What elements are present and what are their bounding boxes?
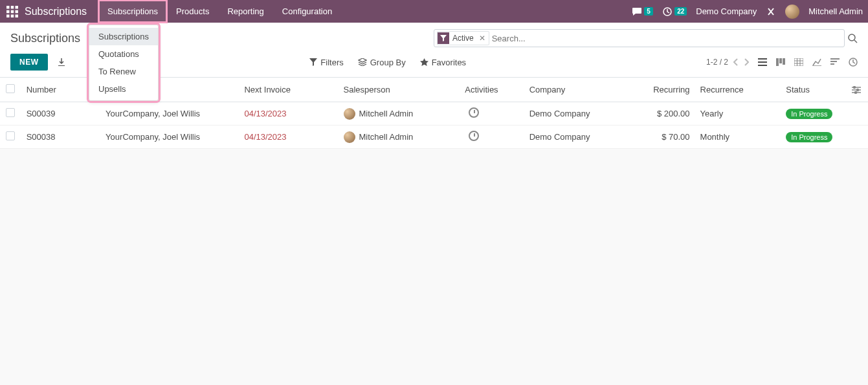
cell-company: Demo Company	[504, 126, 623, 149]
cell-company: Demo Company	[504, 102, 623, 126]
avatar	[344, 131, 355, 143]
pager-prev[interactable]	[733, 58, 739, 66]
download-button[interactable]	[53, 55, 70, 69]
messages-button[interactable]: 5	[632, 7, 653, 16]
view-pivot[interactable]	[794, 58, 803, 66]
activities-badge: 22	[674, 7, 687, 16]
row-checkbox[interactable]	[6, 131, 15, 140]
search-wrap: Active ✕	[434, 29, 858, 47]
dropdown-subscriptions[interactable]: Subscriptions	[89, 28, 158, 45]
nav-item-subscriptions[interactable]: Subscriptions	[98, 0, 167, 23]
view-cohort[interactable]	[830, 58, 840, 66]
view-switches	[758, 58, 858, 67]
svg-rect-6	[6, 14, 10, 17]
cell-recurring: $ 70.00	[622, 126, 695, 149]
svg-rect-4	[11, 10, 14, 13]
view-graph[interactable]	[812, 58, 821, 66]
svg-rect-1	[11, 6, 14, 9]
view-activity[interactable]	[849, 58, 858, 67]
funnel-icon	[309, 58, 317, 66]
svg-rect-13	[783, 58, 785, 65]
nav-item-configuration[interactable]: Configuration	[273, 0, 341, 23]
svg-rect-15	[830, 58, 840, 60]
avatar[interactable]	[785, 5, 799, 19]
layers-icon	[358, 58, 367, 66]
svg-rect-2	[16, 6, 19, 9]
new-button[interactable]: NEW	[10, 54, 48, 71]
svg-point-19	[854, 86, 856, 88]
user-name[interactable]: Mitchell Admin	[808, 6, 863, 16]
th-company[interactable]: Company	[504, 78, 623, 102]
cell-customer: YourCompany, Joel Willis	[100, 102, 239, 126]
dropdown-upsells[interactable]: Upsells	[89, 80, 158, 98]
cell-activities[interactable]	[444, 102, 504, 126]
pager-value[interactable]: 1-2 / 2	[706, 58, 728, 67]
cell-status: In Progress	[781, 126, 847, 149]
groupby-label: Group By	[370, 58, 406, 67]
th-recurring[interactable]: Recurring	[622, 78, 695, 102]
svg-rect-3	[6, 10, 10, 13]
optional-fields-icon[interactable]	[852, 86, 863, 94]
search-input[interactable]	[492, 34, 841, 43]
cell-customer: YourCompany, Joel Willis	[100, 126, 239, 149]
cell-recurrence: Monthly	[695, 126, 781, 149]
th-activities[interactable]: Activities	[444, 78, 504, 102]
dropdown-quotations[interactable]: Quotations	[89, 45, 158, 63]
svg-rect-0	[6, 6, 10, 9]
cell-activities[interactable]	[444, 126, 504, 149]
facet-close-icon[interactable]: ✕	[477, 34, 487, 43]
avatar	[344, 108, 355, 120]
nav-items: Subscriptions Products Reporting Configu…	[98, 0, 341, 23]
th-salesperson[interactable]: Salesperson	[339, 78, 444, 102]
clock-icon	[662, 6, 673, 17]
svg-rect-17	[830, 63, 834, 65]
filters-button[interactable]: Filters	[309, 58, 343, 67]
star-icon	[420, 58, 428, 67]
breadcrumb: Subscriptions	[10, 32, 80, 45]
table-row[interactable]: S00039 YourCompany, Joel Willis 04/13/20…	[0, 102, 868, 126]
pager-next[interactable]	[744, 58, 749, 66]
clock-icon	[469, 131, 479, 141]
dropdown-to-renew[interactable]: To Renew	[89, 63, 158, 80]
clock-icon	[469, 107, 479, 118]
select-all-checkbox[interactable]	[6, 84, 15, 93]
svg-rect-12	[779, 58, 782, 63]
favorites-button[interactable]: Favorites	[420, 58, 466, 67]
view-kanban[interactable]	[776, 58, 785, 66]
svg-rect-8	[16, 14, 19, 17]
search-facet-active: Active ✕	[437, 31, 489, 45]
chat-icon	[632, 7, 642, 16]
topnav: Subscriptions Subscriptions Products Rep…	[0, 0, 868, 23]
th-recurrence[interactable]: Recurrence	[695, 78, 781, 102]
nav-item-products[interactable]: Products	[167, 0, 218, 23]
topnav-right: 5 22 Demo Company Mitchell Admin	[632, 5, 868, 19]
row-checkbox[interactable]	[6, 108, 15, 117]
cp-mid: Filters Group By Favorites	[309, 58, 466, 67]
cell-next-invoice: 04/13/2023	[239, 126, 338, 149]
table-row[interactable]: S00038 YourCompany, Joel Willis 04/13/20…	[0, 126, 868, 149]
svg-point-10	[849, 34, 855, 41]
svg-rect-11	[776, 58, 779, 66]
search-icon[interactable]	[847, 33, 858, 43]
cell-number: S00038	[21, 126, 100, 149]
cell-status: In Progress	[781, 102, 847, 126]
activities-button[interactable]: 22	[662, 6, 687, 17]
th-status[interactable]: Status	[781, 78, 847, 102]
debug-icon[interactable]	[766, 6, 776, 17]
apps-icon[interactable]	[6, 6, 18, 17]
search-box[interactable]: Active ✕	[434, 29, 845, 47]
th-next-invoice[interactable]: Next Invoice	[239, 78, 338, 102]
facet-label: Active	[451, 34, 476, 43]
app-title[interactable]: Subscriptions	[25, 6, 87, 17]
cp-right: 1-2 / 2	[706, 58, 858, 67]
svg-point-20	[857, 89, 859, 91]
pager: 1-2 / 2	[706, 58, 749, 67]
view-list[interactable]	[758, 58, 767, 66]
nav-item-reporting[interactable]: Reporting	[218, 0, 273, 23]
company-name[interactable]: Demo Company	[696, 6, 757, 16]
cell-recurring: $ 200.00	[622, 102, 695, 126]
svg-rect-16	[830, 61, 837, 62]
groupby-button[interactable]: Group By	[358, 58, 406, 67]
cell-recurrence: Yearly	[695, 102, 781, 126]
cell-number: S00039	[21, 102, 100, 126]
